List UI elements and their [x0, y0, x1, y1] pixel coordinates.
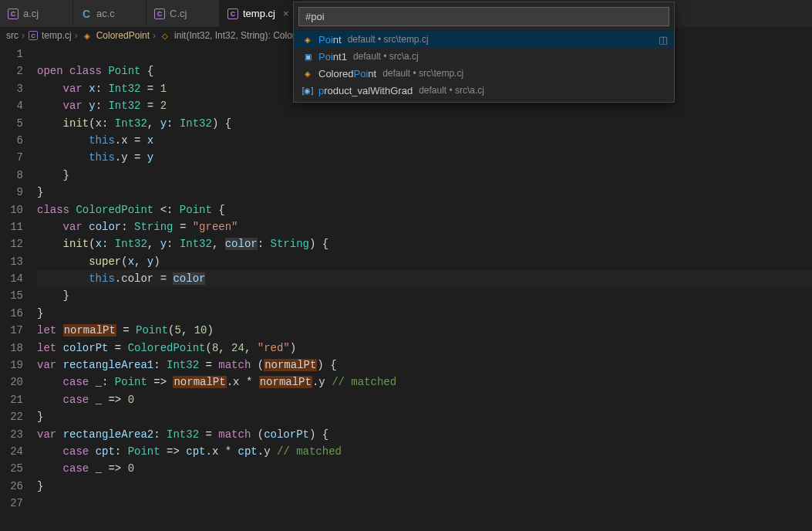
class-icon: ◈ [81, 29, 93, 42]
chevron-right-icon: › [75, 30, 78, 41]
quick-open-item[interactable]: ◈ ColoredPoint default • src\temp.cj [294, 65, 674, 82]
quick-open-list: ◈ Point default • src\temp.cj ◫ ▣ Point1… [294, 31, 674, 102]
quick-open-item[interactable]: [◉] product_valWithGrad default • src\a.… [294, 82, 674, 99]
close-icon[interactable]: × [280, 8, 292, 19]
file-icon: C [154, 8, 165, 19]
tab-label: a.cj [23, 8, 39, 19]
breadcrumb-segment[interactable]: temp.cj [42, 30, 72, 41]
editor: 1234567891011121314151617181920212223242… [0, 44, 812, 531]
tab-c-cj[interactable]: C C.cj × [147, 0, 220, 27]
file-icon: C [81, 8, 92, 19]
chevron-right-icon: › [153, 30, 156, 41]
item-detail: default • src\a.cj [353, 51, 419, 62]
breadcrumb-segment[interactable]: src [6, 30, 19, 41]
class-icon: ◈ [302, 67, 314, 79]
item-detail: default • src\a.cj [419, 85, 484, 96]
split-editor-icon[interactable]: ◫ [659, 34, 668, 46]
code-area[interactable]: open class Point { var x: Int32 = 1 var … [37, 44, 812, 531]
tab-label: ac.c [96, 8, 115, 19]
tab-label: C.cj [170, 8, 187, 19]
file-icon: C [227, 8, 238, 19]
quick-open-panel: ◈ Point default • src\temp.cj ◫ ▣ Point1… [293, 2, 675, 103]
quick-open-item[interactable]: ▣ Point1 default • src\a.cj [294, 48, 674, 65]
item-name: Point1 [318, 51, 347, 63]
quick-open-input[interactable] [298, 7, 669, 26]
variable-icon: [◉] [302, 84, 314, 96]
item-detail: default • src\temp.cj [382, 68, 463, 79]
file-icon: C [8, 8, 19, 19]
item-name: product_valWithGrad [318, 85, 413, 96]
chevron-right-icon: › [22, 30, 25, 41]
tab-ac-c[interactable]: C ac.c × [73, 0, 147, 27]
class-icon: ◈ [302, 33, 314, 46]
gutter: 1234567891011121314151617181920212223242… [0, 44, 37, 531]
method-icon: ◇ [159, 29, 171, 42]
tab-label: temp.cj [243, 8, 275, 19]
item-name: ColoredPoint [318, 68, 376, 79]
tab-a-cj[interactable]: C a.cj × [0, 0, 73, 27]
breadcrumb-segment[interactable]: ColoredPoint [96, 30, 150, 41]
quick-open-item[interactable]: ◈ Point default • src\temp.cj ◫ [294, 31, 674, 48]
item-name: Point [318, 34, 342, 46]
item-detail: default • src\temp.cj [348, 34, 429, 45]
tab-temp-cj[interactable]: C temp.cj × [220, 0, 301, 27]
file-icon: C [29, 31, 38, 40]
struct-icon: ▣ [302, 50, 314, 63]
